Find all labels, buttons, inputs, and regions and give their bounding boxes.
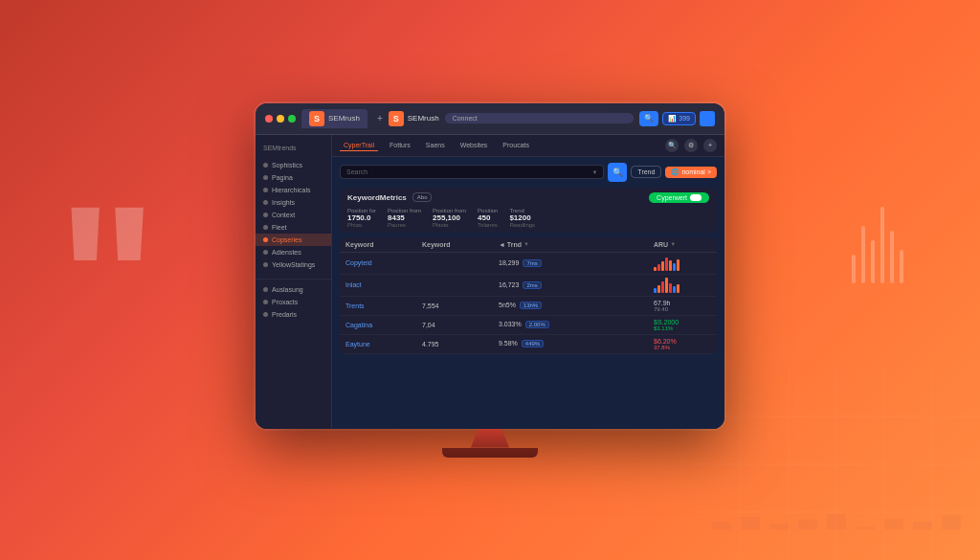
search-input-field[interactable]: Search ▼ (340, 165, 604, 179)
stats-button[interactable]: 📊 399 (662, 112, 696, 125)
th-trend[interactable]: ◄ Trnd ▼ (499, 241, 654, 248)
sidebar-label-hierarchicals: Hierarchicals (272, 187, 310, 193)
sidebar-item-hierarchicals[interactable]: Hierarchicals (256, 184, 331, 196)
stand-neck (471, 429, 509, 448)
col3-badge-4: 449% (522, 340, 544, 347)
table-row[interactable]: Eaytune 4.795 9.58% 449% $6.20% 37.8% (340, 335, 717, 354)
metrics-dropdown[interactable]: Abo (412, 192, 433, 202)
svg-rect-10 (769, 524, 789, 529)
table-row[interactable]: Copyteid 18,299 7ms (340, 253, 717, 275)
td-col3-4: 9.58% 449% (499, 340, 654, 347)
svg-rect-14 (884, 519, 903, 529)
browser-address-bar: S SEMrush Connect (389, 111, 635, 126)
sidebar-dot-predaris (263, 312, 268, 317)
sidebar-label-sophistics: Sophistics (272, 162, 302, 168)
sidebar-item-copseries[interactable]: Copseries (256, 234, 331, 246)
search-icon-nav[interactable]: 🔍 (665, 139, 679, 152)
address-logo: S SEMrush (389, 111, 439, 126)
mini-chart-0 (654, 256, 711, 271)
traffic-light-red[interactable] (265, 115, 273, 123)
td-col4-4: $6.20% 37.8% (654, 338, 711, 350)
td-col1-4: Eaytune (345, 341, 422, 347)
sidebar-dot-pagina (263, 175, 268, 180)
metrics-toggle-icon (690, 194, 702, 201)
td-col3-2: 5n5% 13h% (499, 302, 654, 309)
td-col1-3: Cagatina (345, 322, 422, 328)
sidebar-dot-hierarchicals (263, 188, 268, 192)
nav-item-saens[interactable]: Saens (422, 140, 449, 150)
table-row[interactable]: Cagatina 7,04 3.033% 2.00% $S.2000 $3.11… (340, 316, 717, 335)
mini-bar-1-7 (677, 284, 679, 293)
country-flag-icon: 🌐 (671, 168, 679, 176)
table-row[interactable]: Trents 7,554 5n5% 13h% 67.9h 79.40 (340, 297, 717, 316)
metric-sub-0: Phias (347, 222, 376, 228)
sidebar-label-proxacts: Proxacts (272, 299, 298, 305)
monitor-stand (442, 429, 538, 458)
table-header-row: Keyword Keyword ◄ Trnd ▼ ARU ▼ (340, 237, 717, 253)
nav-item-proucats[interactable]: Proucats (499, 140, 533, 150)
sidebar-item-predaris[interactable]: Predaris (256, 308, 331, 321)
sort-icon-aru: ▼ (670, 241, 676, 247)
sidebar-item-insights[interactable]: Insights (256, 196, 331, 209)
metrics-bar: KeywordMetrics Abo Cyperwert Position fo… (340, 188, 717, 233)
col3-badge-0: 7ms (523, 259, 541, 267)
trend-button[interactable]: Trend (631, 166, 661, 178)
sidebar-item-yellowstatings[interactable]: YellowStatings (256, 258, 331, 271)
search-dropdown-icon: ▼ (591, 169, 597, 175)
country-arrow-icon: > (707, 168, 711, 175)
sidebar-item-fleet[interactable]: Fleet (256, 221, 331, 234)
svg-rect-8 (712, 522, 731, 529)
settings-icon-nav[interactable]: ⚙ (684, 139, 698, 152)
mini-bar-0-6 (673, 263, 676, 271)
td-col1-0: Copyteid (345, 259, 422, 266)
sidebar-item-proxacts[interactable]: Proxacts (256, 296, 331, 308)
metrics-action-button[interactable]: Cyperwert (649, 192, 709, 203)
traffic-light-yellow[interactable] (277, 115, 284, 123)
search-submit-button[interactable]: 🔍 (608, 163, 627, 182)
main-content: CyperTrail Fotturs Saens Websites Prouca… (332, 135, 724, 429)
browser-tab[interactable]: S SEMrush (301, 109, 368, 128)
td-col4-1 (654, 278, 711, 293)
country-label: nominal (681, 168, 705, 175)
sidebar-label-pagina: Pagina (272, 174, 293, 181)
address-field[interactable]: Connect (445, 113, 635, 123)
col3-value-2: 5n5% (499, 302, 516, 308)
search-placeholder-text: Search (346, 168, 368, 175)
mini-bar-0-7 (677, 259, 679, 271)
sidebar-item-pagina[interactable]: Pagina (256, 171, 331, 184)
sidebar-label-yellowstatings: YellowStatings (272, 261, 315, 268)
metric-value-4: $1200 (509, 213, 535, 222)
sidebar-item-context[interactable]: Context (256, 209, 331, 221)
mini-bar-0-4 (665, 258, 668, 271)
search-button[interactable]: 🔍 (639, 111, 658, 126)
sidebar-item-adienstes[interactable]: Adienstes (256, 246, 331, 258)
sidebar-item-auslasung[interactable]: Auslasung (256, 283, 331, 296)
bg-quote-mark: " (57, 175, 157, 386)
new-tab-button[interactable]: + (377, 113, 383, 123)
sidebar-dot-sophistics (263, 163, 268, 168)
metric-item-4: Trend $1200 Readlings (509, 208, 535, 228)
add-icon-nav[interactable]: + (703, 139, 717, 152)
td-col2-3: 7,04 (422, 322, 499, 328)
mini-chart-1 (654, 278, 711, 293)
sidebar-dot-insights (263, 200, 268, 205)
metric-sub-4: Readlings (509, 222, 535, 228)
sidebar-item-sophistics[interactable]: Sophistics (256, 159, 331, 171)
metric-item-3: Position 450 Tolanes (478, 208, 498, 228)
col3-badge-1: 2ms (523, 281, 541, 289)
th-keyword2: Keyword (422, 241, 499, 248)
svg-rect-9 (741, 517, 760, 529)
count-value: 399 (679, 115, 690, 122)
td-col4-3: $S.2000 $3.11% (654, 319, 711, 331)
country-button[interactable]: 🌐 nominal > (665, 167, 717, 178)
traffic-light-green[interactable] (288, 115, 296, 123)
nav-item-fotturs[interactable]: Fotturs (386, 140, 414, 150)
sidebar: SEMtrends Sophistics Pagina Hierarchical… (256, 135, 332, 429)
table-row[interactable]: Inlact 16,723 2ms (340, 275, 717, 297)
nav-item-websites[interactable]: Websites (457, 140, 492, 150)
profile-button[interactable] (700, 111, 715, 126)
bg-bar-chart (852, 168, 903, 283)
monitor: S SEMrush + S SEMrush Connect 🔍 📊 399 (256, 103, 724, 429)
nav-item-cypertrail[interactable]: CyperTrail (340, 140, 378, 151)
th-aru[interactable]: ARU ▼ (654, 241, 711, 248)
